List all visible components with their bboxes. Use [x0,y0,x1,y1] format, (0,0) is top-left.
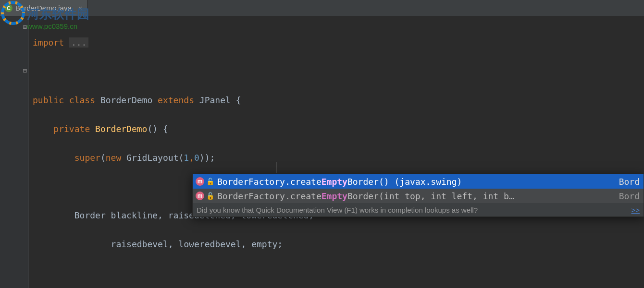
t: extends [158,95,194,105]
completion-item[interactable]: m 🔓 BorderFactory.createEmptyBorder(int … [193,189,644,203]
t: () { [147,124,168,134]
completion-return-type: Bord [619,191,640,201]
t: BorderDemo [95,124,147,134]
t: public class [33,95,95,105]
lock-open-icon: 🔓 [206,192,214,200]
t: private [53,124,90,134]
method-icon: m [196,192,204,200]
t: { [236,95,241,105]
fold-icon[interactable]: ⊟ [23,67,27,74]
tip-text: Did you know that Quick Documentation Vi… [197,206,478,214]
t: )); [199,153,215,163]
t: , [189,153,194,163]
text-caret [276,162,276,173]
watermark-url: www.pc0359.cn [27,22,77,30]
code-area[interactable]: import ... public class BorderDemo exten… [29,16,644,288]
code-editor[interactable]: ⊞ ⊟ import ... public class BorderDemo e… [0,16,644,288]
t: ... [69,37,89,48]
t: raisedbevel, loweredbevel, empty; [74,239,283,249]
t: 0 [194,153,199,163]
t: ( [100,153,106,163]
t: GridLayout( [126,153,184,163]
lock-open-icon: 🔓 [206,178,214,185]
completion-item[interactable]: m 🔓 BorderFactory.createEmptyBorder() (j… [193,174,644,189]
editor-tabbar: C BorderDemo.java × [0,0,644,16]
t: JPanel [199,95,231,105]
t: super [74,153,100,163]
t: new [106,153,122,163]
watermark-text: 河东软件园 [27,6,89,23]
method-icon: m [196,177,204,186]
completion-text: BorderFactory.createEmptyBorder(int top,… [217,191,619,201]
completion-tip: Did you know that Quick Documentation Vi… [193,203,644,216]
t: 1 [184,153,189,163]
gutter: ⊞ ⊟ [0,16,29,288]
code-completion-popup[interactable]: m 🔓 BorderFactory.createEmptyBorder() (j… [192,174,644,217]
tip-link[interactable]: >> [631,206,640,214]
t: BorderDemo [100,95,152,105]
completion-text: BorderFactory.createEmptyBorder() (javax… [217,177,619,187]
completion-return-type: Bord [619,177,640,187]
svg-point-0 [2,2,24,24]
t: import [33,37,64,48]
